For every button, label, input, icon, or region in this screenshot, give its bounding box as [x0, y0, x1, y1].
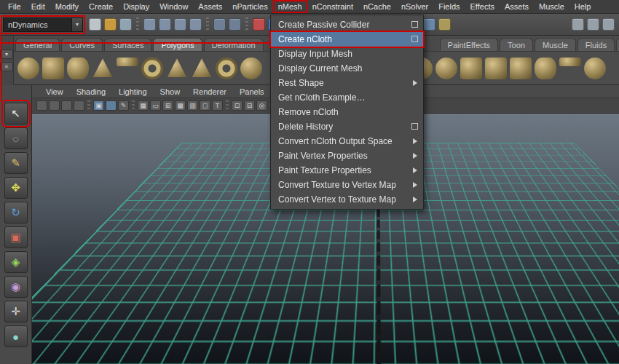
menubar-item-modify[interactable]: Modify	[50, 0, 84, 13]
2d-pan-zoom-icon[interactable]	[106, 100, 117, 111]
field-chart-icon[interactable]: ▥	[187, 100, 198, 111]
extrude-face-icon[interactable]	[510, 58, 532, 79]
poly-prism-icon[interactable]	[166, 58, 188, 79]
frame-selection-icon[interactable]: ⊟	[244, 100, 255, 111]
select-by-object-icon[interactable]	[159, 18, 171, 31]
panel-menu-lighting[interactable]: Lighting	[112, 86, 154, 98]
gate-mask-icon[interactable]: ▩	[175, 100, 186, 111]
menubar-item-effects[interactable]: Effects	[465, 0, 500, 13]
shelf-tab-muscle[interactable]: Muscle	[535, 38, 576, 51]
select-by-component-icon[interactable]	[174, 18, 186, 31]
lock-camera-icon[interactable]	[49, 100, 60, 111]
menubar-item-window[interactable]: Window	[154, 0, 193, 13]
poly-soccer-ball-icon[interactable]	[435, 58, 457, 79]
menubar-item-help[interactable]: Help	[569, 0, 596, 13]
shelf-menu-icon[interactable]: ≡	[0, 62, 13, 71]
shelf-tab-surfaces[interactable]: Surfaces	[104, 38, 151, 51]
grease-pencil-icon[interactable]: ✎	[118, 100, 129, 111]
poly-cylinder-icon[interactable]	[67, 58, 89, 79]
attribute-editor-toggle-icon[interactable]	[572, 18, 584, 31]
universal-manipulator-tool-icon[interactable]: ◈	[4, 251, 28, 273]
menu-item-convert-texture-to-vertex-map[interactable]: Convert Texture to Vertex Map	[271, 178, 423, 192]
menu-item-create-ncloth[interactable]: Create nCloth	[271, 32, 423, 47]
move-tool-icon[interactable]: ✥	[4, 177, 28, 199]
menubar-item-edit[interactable]: Edit	[26, 0, 50, 13]
poly-torus-icon[interactable]	[141, 58, 163, 79]
menubar-item-display[interactable]: Display	[118, 0, 154, 13]
menubar-item-ncache[interactable]: nCache	[358, 0, 396, 13]
tool-settings-toggle-icon[interactable]	[587, 18, 599, 31]
grid-toggle-icon[interactable]: ▦	[138, 100, 149, 111]
menu-item-display-input-mesh[interactable]: Display Input Mesh	[271, 47, 423, 61]
select-tool-icon[interactable]: ↖	[4, 103, 28, 124]
shelf-tab-selector-icon[interactable]: ▾	[0, 50, 13, 59]
bookmarks-icon[interactable]	[74, 100, 84, 111]
menu-item-get-ncloth-example[interactable]: Get nCloth Example…	[271, 90, 423, 105]
resolution-gate-icon[interactable]: ⊞	[162, 100, 173, 111]
panel-menu-show[interactable]: Show	[154, 86, 187, 98]
panel-menu-view[interactable]: View	[39, 86, 70, 98]
shelf-tab-polygons[interactable]: Polygons	[153, 38, 202, 51]
poly-pipe-icon[interactable]	[216, 58, 237, 79]
menu-item-remove-ncloth[interactable]: Remove nCloth	[271, 105, 423, 119]
safe-title-icon[interactable]: T	[212, 100, 223, 111]
shelf-tab-curves[interactable]: Curves	[61, 38, 103, 51]
image-plane-icon[interactable]: ▣	[93, 100, 104, 111]
highlight-selection-icon[interactable]	[213, 18, 226, 31]
panel-menu-renderer[interactable]: Renderer	[186, 86, 233, 98]
combine-mesh-icon[interactable]	[485, 58, 507, 79]
option-box-icon[interactable]	[411, 36, 418, 42]
poly-sphere-icon[interactable]	[17, 58, 39, 79]
shelf-tab-painteffects[interactable]: PaintEffects	[440, 38, 499, 51]
menu-item-delete-history[interactable]: Delete History	[271, 119, 423, 134]
select-by-hierarchy-icon[interactable]	[143, 18, 156, 31]
snap-to-grid-icon[interactable]	[253, 18, 265, 31]
menu-item-convert-vertex-to-texture-map[interactable]: Convert Vertex to Texture Map	[271, 192, 423, 207]
menubar-item-create[interactable]: Create	[84, 0, 118, 13]
menubar-item-muscle[interactable]: Muscle	[534, 0, 569, 13]
menubar-item-nsolver[interactable]: nSolver	[396, 0, 433, 13]
bevel-edge-icon[interactable]	[535, 58, 556, 79]
shelf-tab-fur[interactable]: Fur	[616, 38, 619, 51]
poly-cone-icon[interactable]	[92, 58, 114, 79]
show-manipulator-tool-icon[interactable]: ✛	[4, 301, 28, 323]
menubar-item-file[interactable]: File	[3, 0, 26, 13]
option-box-icon[interactable]	[411, 123, 418, 130]
soft-modification-tool-icon[interactable]: ◉	[4, 276, 28, 298]
menu-item-paint-texture-properties[interactable]: Paint Texture Properties	[271, 163, 423, 178]
menu-item-paint-vertex-properties[interactable]: Paint Vertex Properties	[271, 149, 423, 163]
paint-select-tool-icon[interactable]: ✎	[4, 152, 28, 174]
shelf-tab-toon[interactable]: Toon	[500, 38, 533, 51]
safe-action-icon[interactable]: ◻	[200, 100, 210, 111]
menubar-item-assets-2[interactable]: Assets	[500, 0, 534, 13]
menu-item-rest-shape[interactable]: Rest Shape	[271, 76, 423, 90]
poly-pyramid-icon[interactable]	[191, 58, 213, 79]
panel-menu-shading[interactable]: Shading	[70, 86, 112, 98]
menubar-item-nconstraint[interactable]: nConstraint	[307, 0, 358, 13]
poly-plane-icon[interactable]	[117, 58, 138, 66]
shelf-tab-fluids[interactable]: Fluids	[577, 38, 615, 51]
sculpt-geometry-icon[interactable]	[584, 58, 606, 79]
last-tool-used-icon[interactable]: ●	[4, 325, 28, 347]
chevron-down-icon[interactable]: ▼	[71, 18, 82, 31]
smooth-mesh-icon[interactable]	[460, 58, 482, 79]
option-box-icon[interactable]	[411, 21, 418, 28]
channel-box-toggle-icon[interactable]	[602, 18, 615, 31]
ipr-render-icon[interactable]	[423, 18, 435, 31]
panel-menu-panels[interactable]: Panels	[233, 86, 271, 98]
rotate-tool-icon[interactable]: ↻	[4, 202, 28, 223]
open-scene-icon[interactable]	[104, 18, 117, 31]
select-by-asset-icon[interactable]	[189, 18, 202, 31]
film-gate-icon[interactable]: ▭	[150, 100, 161, 111]
lock-selection-icon[interactable]	[229, 18, 241, 31]
lasso-select-tool-icon[interactable]: ◌	[4, 127, 28, 149]
bridge-edge-icon[interactable]	[559, 58, 581, 66]
render-settings-icon[interactable]	[438, 18, 451, 31]
camera-attributes-icon[interactable]	[61, 100, 72, 111]
menu-item-display-current-mesh[interactable]: Display Current Mesh	[271, 61, 423, 76]
poly-cube-icon[interactable]	[42, 58, 64, 79]
select-camera-icon[interactable]	[36, 100, 47, 111]
menubar-item-fields[interactable]: Fields	[433, 0, 465, 13]
menu-item-create-passive-collider[interactable]: Create Passive Collider	[271, 17, 423, 32]
menu-set-selector[interactable]: nDynamics ▼	[3, 17, 83, 32]
